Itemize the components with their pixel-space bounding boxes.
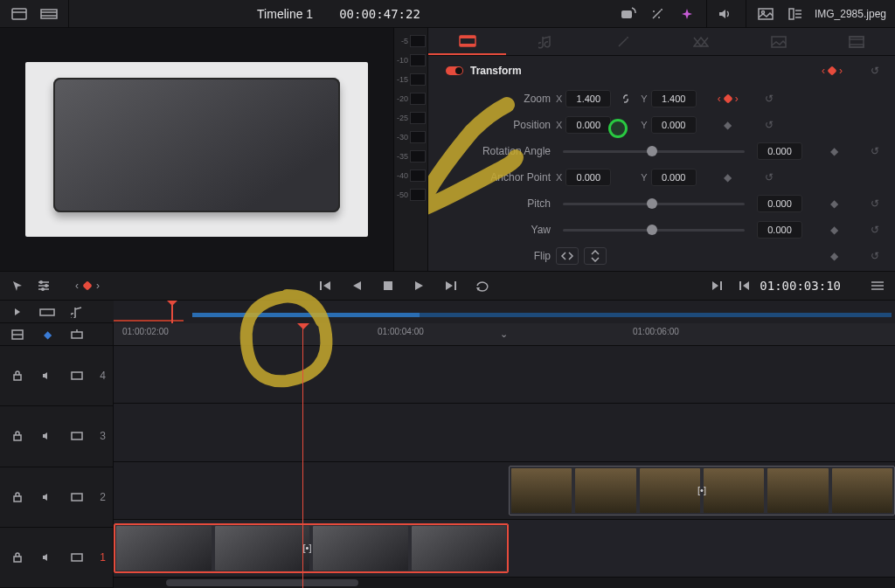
position-x-input[interactable]: 0.000 <box>565 116 611 134</box>
inspector-tab-image[interactable] <box>739 28 817 55</box>
track-header-v1[interactable]: 1 <box>0 528 113 588</box>
lock-icon[interactable] <box>7 547 28 568</box>
next-keyframe[interactable]: › <box>96 280 100 292</box>
mini-timeline[interactable] <box>114 301 895 323</box>
transform-reset[interactable]: ↺ <box>865 65 885 77</box>
rotation-input[interactable]: 0.000 <box>757 142 802 160</box>
speaker-icon[interactable] <box>37 487 58 508</box>
flip-keyframe[interactable]: ◆ <box>808 250 860 262</box>
position-keyframe[interactable]: ◆ <box>702 119 754 131</box>
anchor-y-input[interactable]: 0.000 <box>651 169 697 186</box>
zoom-y-input[interactable]: 1.400 <box>651 90 697 107</box>
pitch-input[interactable]: 0.000 <box>757 195 802 212</box>
add-track-icon[interactable] <box>66 324 87 345</box>
speaker-icon[interactable] <box>37 547 58 568</box>
prev-clip-button[interactable] <box>733 275 754 296</box>
monitor-icon[interactable] <box>66 487 87 508</box>
lock-icon[interactable] <box>7 425 28 446</box>
picture-icon[interactable] <box>755 3 776 24</box>
flip-h-button[interactable] <box>556 247 579 265</box>
rotation-slider[interactable] <box>563 142 745 160</box>
track-lane-2[interactable]: [•] <box>114 462 895 520</box>
monitor-icon[interactable] <box>66 425 87 446</box>
retime-handle-icon[interactable]: [•] <box>303 543 312 553</box>
playhead[interactable] <box>302 323 303 588</box>
pitch-reset[interactable]: ↺ <box>865 197 885 210</box>
inspector-tab-effects[interactable] <box>584 28 662 55</box>
camera-sync-icon[interactable] <box>617 3 638 24</box>
pitch-slider[interactable] <box>563 195 745 212</box>
anchor-keyframe[interactable]: ◆ <box>702 171 754 183</box>
clip-view-icon[interactable] <box>37 301 58 322</box>
transform-keyframe-nav[interactable]: ‹› <box>806 65 858 77</box>
inspector-tab-video[interactable] <box>428 28 506 55</box>
position-reset[interactable]: ↺ <box>760 119 779 131</box>
stop-button[interactable] <box>378 275 399 296</box>
zoom-link-icon[interactable] <box>616 93 635 105</box>
speaker-icon[interactable] <box>37 365 58 386</box>
monitor-icon[interactable] <box>66 365 87 386</box>
expand-icon[interactable] <box>7 301 28 322</box>
sparkle-icon[interactable] <box>676 3 697 24</box>
zoom-x-input[interactable]: 1.400 <box>565 90 611 107</box>
svg-rect-35 <box>40 309 54 315</box>
tool-select-icon[interactable] <box>7 275 28 296</box>
timeline-scrollbar[interactable] <box>114 578 895 588</box>
retime-handle-icon[interactable]: [•] <box>697 485 706 495</box>
keyframe-indicator[interactable] <box>82 280 92 290</box>
marker-tool-icon[interactable]: ◆ <box>37 324 58 345</box>
yaw-slider[interactable] <box>563 221 745 239</box>
transform-toggle[interactable] <box>446 66 463 75</box>
record-timecode[interactable]: 01:00:03:10 <box>760 279 841 293</box>
prev-keyframe[interactable]: ‹ <box>75 280 79 292</box>
flip-reset[interactable]: ↺ <box>865 250 885 262</box>
metadata-icon[interactable] <box>785 3 806 24</box>
bin-icon[interactable] <box>9 3 30 24</box>
track-header-a2[interactable]: 2 <box>0 467 113 528</box>
track-header-a4[interactable]: 4 <box>0 346 113 406</box>
menu-icon[interactable] <box>867 275 888 296</box>
viewer-panel[interactable] <box>0 28 393 271</box>
inspector-tab-file[interactable] <box>817 28 895 55</box>
source-timecode: 00:00:47:22 <box>339 7 420 21</box>
yaw-reset[interactable]: ↺ <box>865 224 885 236</box>
rotation-keyframe[interactable]: ◆ <box>808 145 860 157</box>
timeline-name[interactable]: Timeline 1 <box>257 7 313 21</box>
speaker-icon[interactable] <box>37 425 58 446</box>
clip-editor-keyboard[interactable]: [•] <box>114 523 509 573</box>
first-frame-button[interactable] <box>315 275 336 296</box>
last-frame-button[interactable] <box>441 275 461 296</box>
zoom-keyframe[interactable]: ‹› <box>702 93 754 105</box>
anchor-x-input[interactable]: 0.000 <box>565 169 611 186</box>
index-icon[interactable] <box>7 324 28 345</box>
inspector-tab-audio[interactable] <box>506 28 584 55</box>
tool-sliders-icon[interactable] <box>33 275 54 296</box>
inspector-tab-transition[interactable] <box>662 28 739 55</box>
timeline-ruler[interactable]: 01:00:02:00 01:00:04:00 ⌄ 01:00:06:00 <box>114 323 895 346</box>
play-button[interactable] <box>409 275 430 296</box>
lock-icon[interactable] <box>7 487 28 508</box>
play-reverse-button[interactable] <box>346 275 367 296</box>
filmstrip-icon[interactable] <box>38 3 59 24</box>
audio-view-icon[interactable] <box>66 301 87 322</box>
volume-icon[interactable] <box>716 3 737 24</box>
track-lane-3[interactable] <box>114 404 895 461</box>
lock-icon[interactable] <box>7 365 28 386</box>
clip-landscape[interactable]: [•] <box>509 466 895 515</box>
loop-button[interactable] <box>472 275 493 296</box>
yaw-keyframe[interactable]: ◆ <box>808 224 860 236</box>
wand-icon[interactable] <box>647 3 668 24</box>
flip-v-button[interactable] <box>584 247 607 265</box>
chevron-down-icon[interactable]: ⌄ <box>500 329 508 340</box>
rotation-reset[interactable]: ↺ <box>865 145 885 157</box>
monitor-icon[interactable] <box>66 547 87 568</box>
pitch-keyframe[interactable]: ◆ <box>808 197 860 210</box>
track-header-a3[interactable]: 3 <box>0 406 113 467</box>
zoom-reset[interactable]: ↺ <box>760 93 779 105</box>
yaw-input[interactable]: 0.000 <box>757 221 802 239</box>
track-lane-4[interactable] <box>114 346 895 404</box>
position-y-input[interactable]: 0.000 <box>651 116 697 134</box>
next-clip-button[interactable] <box>707 275 728 296</box>
track-lane-v1[interactable]: [•] <box>114 520 895 578</box>
anchor-reset[interactable]: ↺ <box>760 171 779 183</box>
